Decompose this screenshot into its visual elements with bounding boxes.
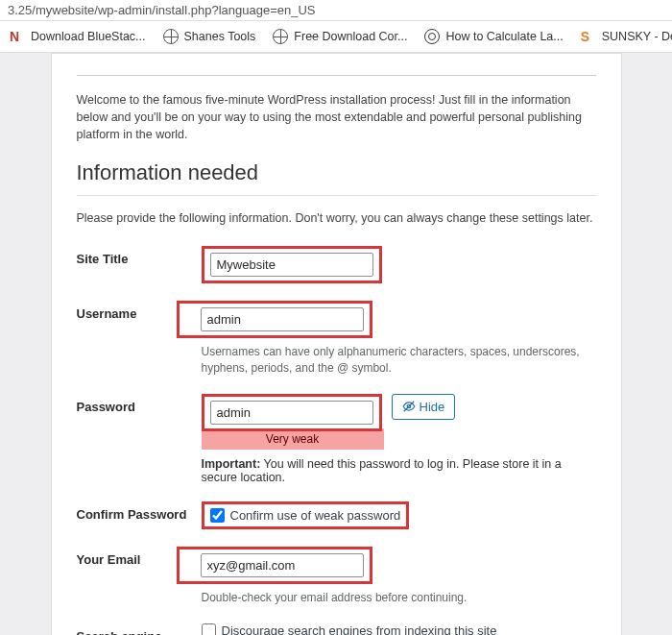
label-confirm-password: Confirm Password — [77, 501, 202, 522]
search-visibility-checkbox[interactable] — [202, 623, 216, 635]
bookmark-calculate[interactable]: How to Calculate La... — [424, 29, 563, 44]
label-search-visibility: Search engine visibility — [77, 623, 202, 635]
highlight-confirm-weak: Confirm use of weak password — [202, 501, 410, 529]
password-strength: Very weak — [202, 428, 384, 450]
bookmark-label: SUNSKY - Deliv — [602, 30, 672, 43]
hide-button[interactable]: Hide — [392, 394, 456, 420]
username-help: Usernames can have only alphanumeric cha… — [202, 344, 586, 377]
divider — [77, 195, 596, 196]
eye-slash-icon — [402, 400, 416, 413]
confirm-weak-label: Confirm use of weak password — [230, 508, 401, 523]
row-email: Your Email Double-check your email addre… — [77, 547, 596, 606]
bookmark-label: Download BlueStac... — [31, 30, 146, 43]
globe-icon — [163, 29, 179, 44]
label-password: Password — [77, 394, 202, 414]
search-visibility-label: Discourage search engines from indexing … — [222, 623, 497, 635]
install-card: Welcome to the famous five-minute WordPr… — [51, 53, 622, 635]
bookmark-bluestacks[interactable]: N Download BlueStac... — [10, 29, 146, 44]
bookmark-freedownload[interactable]: Free Download Cor... — [273, 29, 407, 44]
highlight-password — [202, 394, 382, 431]
row-search-visibility: Search engine visibility Discourage sear… — [77, 623, 596, 635]
hide-label: Hide — [420, 400, 445, 414]
bookmark-sunsky[interactable]: S SUNSKY - Deliv — [581, 29, 672, 44]
bookmark-bar: N Download BlueStac... Shanes Tools Free… — [0, 21, 672, 53]
row-password: Password Very weak — [77, 394, 596, 484]
intro-text: Welcome to the famous five-minute WordPr… — [77, 75, 596, 143]
confirm-weak-checkbox[interactable] — [210, 508, 225, 523]
row-site-title: Site Title — [77, 246, 596, 283]
gear-icon — [424, 29, 440, 44]
bluestacks-icon: N — [10, 29, 25, 44]
password-input[interactable] — [210, 401, 373, 425]
row-username: Username Usernames can have only alphanu… — [77, 301, 596, 377]
bookmark-label: Shanes Tools — [184, 30, 256, 43]
highlight-username — [177, 301, 372, 338]
highlight-site-title — [202, 246, 382, 283]
important-label: Important: — [202, 457, 261, 471]
email-input[interactable] — [201, 553, 364, 577]
globe-icon — [273, 29, 288, 44]
label-site-title: Site Title — [77, 246, 202, 266]
address-bar[interactable]: 3.25/mywebsite/wp-admin/install.php?lang… — [0, 0, 672, 21]
bookmark-label: Free Download Cor... — [294, 30, 407, 43]
highlight-email — [177, 547, 372, 584]
page-title: Information needed — [77, 160, 596, 185]
bookmark-label: How to Calculate La... — [445, 30, 563, 43]
password-important: Important: You will need this password t… — [202, 457, 596, 484]
url-text: 3.25/mywebsite/wp-admin/install.php?lang… — [8, 3, 316, 17]
row-confirm-password: Confirm Password Confirm use of weak pas… — [77, 501, 596, 529]
page-body: Welcome to the famous five-minute WordPr… — [0, 53, 672, 635]
username-input[interactable] — [201, 307, 364, 331]
email-help: Double-check your email address before c… — [202, 590, 586, 606]
site-title-input[interactable] — [210, 253, 373, 277]
sub-text: Please provide the following information… — [77, 211, 596, 225]
bookmark-shanes[interactable]: Shanes Tools — [163, 29, 256, 44]
sunsky-icon: S — [581, 29, 596, 44]
